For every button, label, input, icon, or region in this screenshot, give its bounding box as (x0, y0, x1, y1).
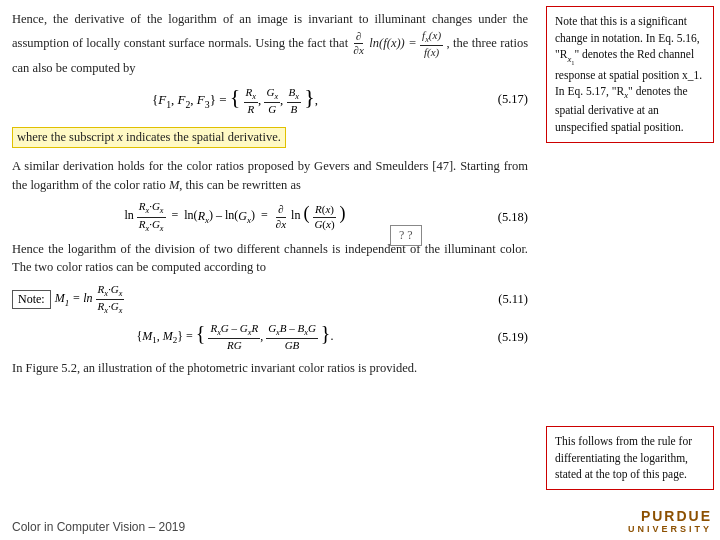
note-row: Note: M1 = ln Rx·GxRx·Gx (5.11) (12, 283, 528, 316)
eq-label-518: (5.18) (458, 210, 528, 225)
highlight-row: where the subscript x indicates the spat… (12, 122, 528, 153)
eq-label-519: (5.19) (458, 330, 528, 345)
footer-text: Color in Computer Vision – 2019 (12, 520, 185, 534)
eq-label-511: (5.11) (458, 292, 528, 307)
university-label: UNIVERSITY (628, 524, 712, 534)
eq-label-517: (5.17) (458, 92, 528, 107)
main-content: Hence, the derivative of the logarithm o… (0, 0, 540, 540)
paragraph-4: In Figure 5.2, an illustration of the ph… (12, 359, 528, 378)
paragraph-2: A similar derivation holds for the color… (12, 157, 528, 195)
equation-517-row: {F1, F2, F3} = { RxR, GxG, BxB }, (5.17) (12, 84, 528, 116)
footer-label: Color in Computer Vision – 2019 (12, 520, 185, 534)
equation-518-row: ln Rx·GxRx·Gx = ln(Rx) – ln(Gx) = ∂∂x ln… (12, 200, 528, 233)
right-panel: Note that this is a significant change i… (540, 0, 720, 540)
equation-517: {F1, F2, F3} = { RxR, GxG, BxB }, (12, 84, 458, 116)
paragraph-3: Hence the logarithm of the division of t… (12, 240, 528, 278)
note-label: Note: (12, 290, 51, 309)
annotation-text-2: This follows from the rule for different… (555, 435, 692, 480)
annotation-box-1: Note that this is a significant change i… (546, 6, 714, 143)
annotation-text-1: Note that this is a significant change i… (555, 15, 702, 133)
purdue-name: PURDUE (641, 508, 712, 524)
purdue-logo: PURDUE UNIVERSITY (628, 508, 712, 534)
highlight-text: where the subscript x indicates the spat… (12, 127, 286, 148)
equation-519: {M1, M2} = { RxG – GxRRG, GxB – BxGGB }. (12, 322, 458, 352)
note-formula: M1 = ln Rx·GxRx·Gx (55, 283, 125, 316)
annotation-box-2: This follows from the rule for different… (546, 426, 714, 490)
equation-519-row: {M1, M2} = { RxG – GxRRG, GxB – BxGGB }.… (12, 322, 528, 352)
paragraph-1: Hence, the derivative of the logarithm o… (12, 10, 528, 78)
question-marks: ? ? (390, 225, 422, 246)
